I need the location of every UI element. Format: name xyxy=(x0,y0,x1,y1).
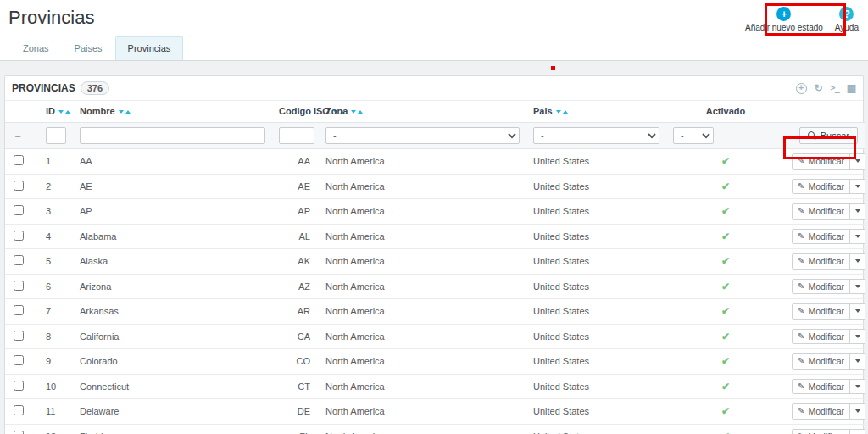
cell-id: 5 xyxy=(39,249,73,275)
modify-dropdown-toggle[interactable] xyxy=(849,380,865,394)
check-icon: ✔ xyxy=(721,205,730,217)
row-checkbox[interactable] xyxy=(14,255,24,265)
help-button[interactable]: ? Ayuda xyxy=(829,4,865,35)
cell-iso: AZ xyxy=(272,274,319,299)
page-tabs: Zonas Paises Provincias xyxy=(8,36,860,60)
row-checkbox[interactable] xyxy=(14,155,24,165)
modify-button[interactable]: ✎ Modificar xyxy=(792,229,865,245)
modify-button[interactable]: ✎ Modificar xyxy=(792,203,865,220)
tab-provincias[interactable]: Provincias xyxy=(115,36,184,60)
modify-dropdown-toggle[interactable] xyxy=(849,230,865,244)
modify-button[interactable]: ✎ Modificar xyxy=(792,353,865,370)
row-checkbox[interactable] xyxy=(14,431,24,434)
table-row: 3 AP AP North America United States ✔ ✎ … xyxy=(5,199,865,225)
modify-label: Modificar xyxy=(808,382,844,392)
modify-dropdown-toggle[interactable] xyxy=(849,280,865,294)
filter-activado-select[interactable]: - xyxy=(673,127,714,144)
row-checkbox[interactable] xyxy=(14,205,24,215)
filter-zona-select[interactable]: - xyxy=(326,127,520,144)
caret-down-icon xyxy=(855,285,860,288)
terminal-icon[interactable]: >_ xyxy=(831,84,839,92)
table-row: 2 AE AE North America United States ✔ ✎ … xyxy=(5,174,865,199)
modify-label: Modificar xyxy=(808,282,844,292)
tab-zonas[interactable]: Zonas xyxy=(10,36,62,60)
caret-down-icon xyxy=(855,335,860,338)
modify-button[interactable]: ✎ Modificar xyxy=(792,429,865,434)
row-checkbox[interactable] xyxy=(14,305,24,315)
cell-id: 1 xyxy=(39,149,73,175)
modify-button[interactable]: ✎ Modificar xyxy=(792,279,865,295)
cell-pais: United States xyxy=(526,349,666,375)
cell-zona: North America xyxy=(319,199,526,225)
row-checkbox[interactable] xyxy=(14,381,24,391)
cell-iso: CT xyxy=(272,374,319,399)
caret-down-icon xyxy=(855,359,860,363)
check-icon: ✔ xyxy=(721,255,730,267)
check-icon: ✔ xyxy=(721,281,730,292)
cell-nombre: Arizona xyxy=(73,274,272,299)
refresh-icon[interactable]: ↻ xyxy=(815,83,823,93)
modify-dropdown-toggle[interactable] xyxy=(849,330,865,344)
modify-dropdown-toggle[interactable] xyxy=(849,430,865,434)
cell-pais: United States xyxy=(526,249,666,275)
cell-zona: North America xyxy=(319,299,526,325)
table-row: 11 Delaware DE North America United Stat… xyxy=(5,399,865,425)
tab-paises[interactable]: Paises xyxy=(62,36,115,60)
modify-button[interactable]: ✎ Modificar xyxy=(792,179,865,195)
modify-dropdown-toggle[interactable] xyxy=(849,354,865,369)
pencil-icon: ✎ xyxy=(798,157,804,165)
modify-dropdown-toggle[interactable] xyxy=(849,404,865,419)
modify-button[interactable]: ✎ Modificar xyxy=(792,253,865,270)
filter-id-input[interactable] xyxy=(46,127,66,144)
header-id[interactable]: ID xyxy=(39,101,73,123)
filter-nombre-input[interactable] xyxy=(80,127,265,144)
grid-icon[interactable]: ▦ xyxy=(847,83,856,93)
caret-down-icon xyxy=(855,409,860,413)
modify-button[interactable]: ✎ Modificar xyxy=(792,303,865,320)
provinces-table: ID Nombre Codigo ISO Zona Pais xyxy=(5,101,865,434)
pencil-icon: ✎ xyxy=(798,332,804,341)
modify-dropdown-toggle[interactable] xyxy=(849,204,865,219)
row-checkbox[interactable] xyxy=(14,355,24,365)
modify-button[interactable]: ✎ Modificar xyxy=(792,379,865,395)
row-checkbox[interactable] xyxy=(14,281,24,291)
modify-dropdown-toggle[interactable] xyxy=(849,254,865,269)
cell-zona: North America xyxy=(319,274,526,299)
header-activado: Activado xyxy=(666,101,785,123)
modify-button[interactable]: ✎ Modificar xyxy=(792,153,865,170)
cell-iso: CO xyxy=(272,349,319,375)
modify-dropdown-toggle[interactable] xyxy=(849,154,865,169)
cell-nombre: Florida xyxy=(73,424,272,434)
check-icon: ✔ xyxy=(721,155,730,167)
modify-dropdown-toggle[interactable] xyxy=(849,180,865,194)
header-codigo-iso[interactable]: Codigo ISO xyxy=(272,101,319,123)
row-checkbox[interactable] xyxy=(14,231,24,241)
cell-nombre: Colorado xyxy=(73,349,272,375)
header-actions: + Añadir nuevo estado ? Ayuda xyxy=(739,4,865,35)
add-new-state-button[interactable]: + Añadir nuevo estado xyxy=(739,4,829,35)
filter-iso-input[interactable] xyxy=(279,127,314,144)
sort-icons xyxy=(351,110,363,114)
count-badge: 376 xyxy=(81,81,109,95)
plus-icon: + xyxy=(776,7,791,21)
header-pais[interactable]: Pais xyxy=(526,101,666,123)
cell-pais: United States xyxy=(526,224,666,249)
cell-iso: AP xyxy=(272,199,319,225)
add-icon[interactable]: + xyxy=(796,83,807,94)
search-button[interactable]: Buscar xyxy=(799,127,858,144)
filter-pais-select[interactable]: - xyxy=(533,127,659,144)
cell-nombre: AE xyxy=(73,174,272,199)
modify-button[interactable]: ✎ Modificar xyxy=(792,329,865,345)
modify-label: Modificar xyxy=(808,357,844,366)
cell-id: 9 xyxy=(39,349,73,375)
header-zona[interactable]: Zona xyxy=(319,101,526,123)
row-checkbox[interactable] xyxy=(14,181,24,191)
modify-dropdown-toggle[interactable] xyxy=(849,304,865,319)
row-checkbox[interactable] xyxy=(14,331,24,341)
header-nombre[interactable]: Nombre xyxy=(73,101,272,123)
search-label: Buscar xyxy=(821,131,849,141)
cell-iso: AK xyxy=(272,249,319,275)
row-checkbox[interactable] xyxy=(14,405,24,415)
main-content: PROVINCIAS 376 + ↻ >_ ▦ ID Nombre xyxy=(0,61,868,434)
modify-button[interactable]: ✎ Modificar xyxy=(792,403,865,420)
